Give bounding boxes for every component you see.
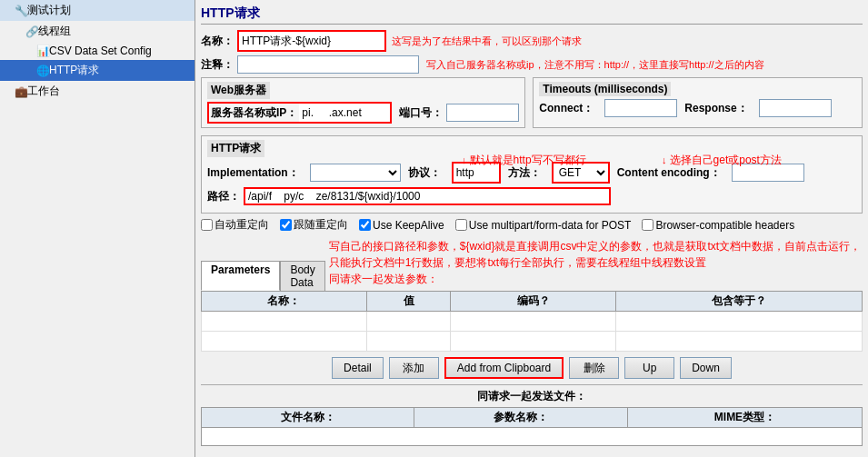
impl-label: Implementation： (207, 165, 299, 181)
server-label: 服务器名称或IP： (207, 102, 392, 124)
file-table-header: 文件名称： 参数名称： MIME类型： (202, 408, 863, 428)
sidebar-item-workbench[interactable]: 💼 工作台 (0, 81, 195, 102)
follow-redirect-item: 跟随重定向 (280, 217, 348, 233)
impl-select[interactable] (310, 164, 401, 182)
response-input[interactable] (759, 99, 832, 117)
follow-redirect-checkbox[interactable] (280, 219, 292, 231)
port-input[interactable] (446, 104, 519, 122)
file-section-title: 同请求一起发送文件： (201, 389, 863, 404)
name-row: 名称： 这写是为了在结果中看，可以区别那个请求 (201, 30, 863, 52)
browser-compat-item: Browser-compatible headers (642, 219, 794, 232)
name-input[interactable] (239, 32, 384, 50)
down-button[interactable]: Down (680, 357, 732, 379)
main-panel: HTTP请求 名称： 这写是为了在结果中看，可以区别那个请求 注释： 写入自己服… (195, 0, 868, 457)
mime-col: MIME类型： (627, 408, 862, 428)
file-table-row-empty (202, 428, 863, 446)
multipart-label: Use multipart/form-data for POST (469, 219, 632, 232)
col-include: 包含等于？ (616, 292, 863, 312)
tab-parameters[interactable]: Parameters (201, 261, 280, 291)
response-label: Response： (684, 101, 747, 116)
table-row-empty1 (202, 312, 863, 332)
thread-group-icon: 🔗 (25, 25, 38, 38)
page-title: HTTP请求 (201, 5, 863, 25)
sidebar: 🔧 测试计划 🔗 线程组 📊 CSV Data Set Config 🌐 HTT… (0, 0, 195, 457)
annotation-arrow2: ↓ 选择自己get或post方法 (662, 153, 782, 168)
multipart-checkbox[interactable] (455, 219, 467, 231)
param-name-col: 参数名称： (414, 408, 627, 428)
browser-compat-checkbox[interactable] (642, 219, 653, 231)
file-table: 文件名称： 参数名称： MIME类型： (201, 407, 863, 446)
http-icon: 🌐 (36, 65, 49, 77)
server-ip-input[interactable] (299, 104, 390, 122)
http-request-title: HTTP请求 (207, 140, 264, 157)
webserver-title: Web服务器 (207, 82, 270, 99)
multipart-item: Use multipart/form-data for POST (455, 219, 632, 232)
sidebar-item-test-plan[interactable]: 🔧 测试计划 (0, 0, 195, 21)
delete-button[interactable]: 删除 (569, 357, 619, 379)
comment-label: 注释： (201, 57, 234, 73)
connect-label: Connect： (539, 101, 594, 116)
server-row: 服务器名称或IP： 端口号： (207, 102, 519, 124)
col-name: 名称： (202, 292, 367, 312)
connect-input[interactable] (604, 99, 677, 117)
path-box (244, 187, 611, 205)
protocol-label: 协议： (408, 165, 441, 181)
sidebar-item-csv-config[interactable]: 📊 CSV Data Set Config (0, 42, 195, 60)
sidebar-item-http-request[interactable]: 🌐 HTTP请求 (0, 60, 195, 81)
path-label: 路径： (207, 189, 240, 204)
test-plan-icon: 🔧 (15, 5, 27, 17)
keepalive-checkbox[interactable] (359, 219, 371, 231)
comment-input[interactable] (237, 55, 419, 74)
timeout-group: Timeouts (milliseconds) Connect： Respons… (533, 77, 863, 128)
workbench-icon: 💼 (15, 85, 27, 98)
csv-icon: 📊 (36, 45, 49, 57)
name-label: 名称： (201, 34, 234, 49)
auto-redirect-checkbox[interactable] (201, 219, 213, 231)
port-label: 端口号： (399, 105, 443, 121)
annotation-block: 写自己的接口路径和参数，${wxid}就是直接调用csv中定义的参数，也就是获取… (329, 238, 863, 287)
detail-button[interactable]: Detail (332, 357, 384, 379)
http-request-group: HTTP请求 ↓ 默认就是http写不写都行 ↓ 选择自己get或post方法 … (201, 135, 863, 214)
path-row: 路径： (207, 187, 856, 205)
comment-annotation: 写入自己服务器名称或ip，注意不用写：http://，这里直接写http://之… (426, 58, 764, 72)
keepalive-label: Use KeepAlive (373, 219, 444, 232)
table-row-empty2 (202, 332, 863, 352)
col-encode: 编码？ (451, 292, 616, 312)
follow-redirect-label: 跟随重定向 (294, 217, 348, 233)
path-input[interactable] (245, 188, 609, 204)
file-name-col: 文件名称： (202, 408, 414, 428)
tab-body-data[interactable]: Body Data (280, 261, 324, 291)
comment-row: 注释： 写入自己服务器名称或ip，注意不用写：http://，这里直接写http… (201, 55, 863, 74)
file-section: 同请求一起发送文件： 文件名称： 参数名称： MIME类型： (201, 384, 863, 446)
table-header-row: 名称： 值 编码？ 包含等于？ (202, 292, 863, 312)
add-clipboard-button[interactable]: Add from Clipboard (444, 357, 564, 379)
auto-redirect-label: 自动重定向 (215, 217, 269, 233)
params-table: 名称： 值 编码？ 包含等于？ (201, 291, 863, 352)
name-input-wrapper (237, 30, 386, 52)
webserver-group: Web服务器 服务器名称或IP： 端口号： (201, 77, 525, 128)
sidebar-item-thread-group[interactable]: 🔗 线程组 (0, 21, 195, 42)
name-annotation: 这写是为了在结果中看，可以区别那个请求 (392, 35, 582, 48)
webserver-timeout-row: Web服务器 服务器名称或IP： 端口号： Timeouts (millisec… (201, 77, 863, 132)
col-value: 值 (366, 292, 451, 312)
up-button[interactable]: Up (624, 357, 674, 379)
checkbox-row: 自动重定向 跟随重定向 Use KeepAlive Use multipart/… (201, 217, 863, 233)
browser-compat-label: Browser-compatible headers (655, 219, 794, 232)
tabs-bar: Parameters Body Data (201, 261, 325, 291)
timeout-row: Connect： Response： (539, 99, 856, 117)
send-together-label: 同请求一起发送参数： (329, 273, 438, 285)
add-button[interactable]: 添加 (389, 357, 439, 379)
timeout-title: Timeouts (milliseconds) (539, 82, 671, 96)
annotation-arrow1: ↓ 默认就是http写不写都行 (462, 153, 586, 168)
tabs-area: Parameters Body Data 写自己的接口路径和参数，${wxid}… (201, 236, 863, 291)
keepalive-item: Use KeepAlive (359, 219, 444, 232)
server-ip-label: 服务器名称或IP： (209, 105, 299, 121)
auto-redirect-item: 自动重定向 (201, 217, 269, 233)
server-ip-box: 服务器名称或IP： (207, 102, 392, 124)
action-buttons: Detail 添加 Add from Clipboard 删除 Up Down (201, 357, 863, 379)
